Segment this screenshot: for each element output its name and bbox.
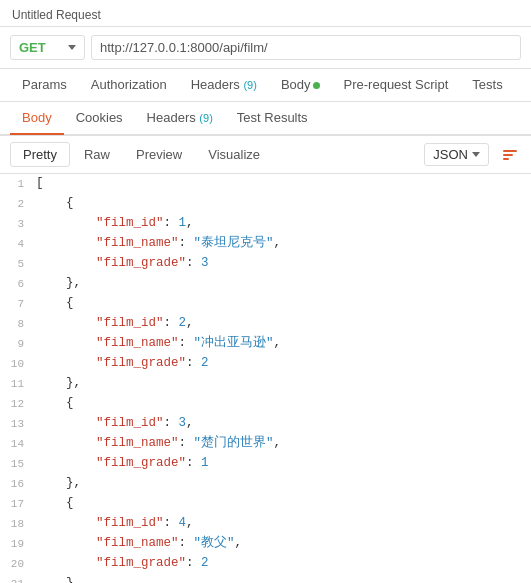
punct-token: },: [36, 476, 81, 490]
key-token: "film_grade": [96, 256, 186, 270]
line-number: 1: [0, 174, 36, 194]
indent-token: [36, 256, 96, 270]
code-line: 10 "film_grade": 2: [0, 354, 531, 374]
num-val-token: 4: [179, 516, 187, 530]
line-number: 4: [0, 234, 36, 254]
bottom-tab-bar: Body Cookies Headers (9) Test Results: [0, 102, 531, 136]
headers-badge: (9): [243, 79, 256, 91]
punct-token: ,: [186, 216, 194, 230]
tab-headers-bottom[interactable]: Headers (9): [135, 102, 225, 135]
top-tab-bar: Params Authorization Headers (9) Body Pr…: [0, 69, 531, 102]
line-number: 16: [0, 474, 36, 494]
key-token: "film_grade": [96, 356, 186, 370]
method-label: GET: [19, 40, 46, 55]
tab-headers-top-label: Headers (9): [191, 77, 257, 92]
num-val-token: 1: [201, 456, 209, 470]
num-val-token: 1: [179, 216, 187, 230]
line-content: "film_name": "楚门的世界",: [36, 434, 281, 454]
punct-token: ,: [274, 236, 282, 250]
key-token: "film_name": [96, 436, 179, 450]
code-line: 1[: [0, 174, 531, 194]
num-val-token: 2: [179, 316, 187, 330]
key-token: "film_id": [96, 416, 164, 430]
code-line: 19 "film_name": "教父",: [0, 534, 531, 554]
code-line: 8 "film_id": 2,: [0, 314, 531, 334]
num-val-token: 3: [201, 256, 209, 270]
key-token: "film_id": [96, 316, 164, 330]
url-input[interactable]: [91, 35, 521, 60]
punct-token: :: [164, 216, 179, 230]
tab-prerequest[interactable]: Pre-request Script: [332, 69, 461, 102]
line-number: 9: [0, 334, 36, 354]
line-content: {: [36, 194, 74, 214]
tab-tests[interactable]: Tests: [460, 69, 514, 102]
sort-icon-line-2: [503, 154, 513, 156]
line-number: 17: [0, 494, 36, 514]
sort-icon-line-3: [503, 158, 509, 160]
tab-body[interactable]: Body: [10, 102, 64, 135]
num-val-token: 2: [201, 556, 209, 570]
view-btn-preview[interactable]: Preview: [124, 143, 194, 166]
code-line: 7 {: [0, 294, 531, 314]
punct-token: :: [179, 436, 194, 450]
line-content: "film_name": "冲出亚马逊",: [36, 334, 281, 354]
punct-token: [: [36, 176, 44, 190]
line-content: },: [36, 374, 81, 394]
line-number: 21: [0, 574, 36, 583]
indent-token: [36, 416, 96, 430]
punct-token: ,: [186, 316, 194, 330]
indent-token: [36, 316, 96, 330]
code-line: 21 },: [0, 574, 531, 583]
tab-cookies[interactable]: Cookies: [64, 102, 135, 135]
view-btn-visualize[interactable]: Visualize: [196, 143, 272, 166]
punct-token: :: [179, 536, 194, 550]
tab-body-label: Body: [22, 110, 52, 125]
num-val-token: 2: [201, 356, 209, 370]
body-dot: [313, 82, 320, 89]
tab-headers-top[interactable]: Headers (9): [179, 69, 269, 102]
view-controls: Pretty Raw Preview Visualize JSON: [0, 136, 531, 174]
indent-token: [36, 456, 96, 470]
line-number: 7: [0, 294, 36, 314]
indent-token: [36, 356, 96, 370]
sort-icon[interactable]: [499, 146, 521, 164]
tab-test-results-label: Test Results: [237, 110, 308, 125]
line-content: {: [36, 494, 74, 514]
punct-token: {: [36, 196, 74, 210]
format-chevron-icon: [472, 152, 480, 157]
method-select[interactable]: GET: [10, 35, 85, 60]
punct-token: ,: [186, 416, 194, 430]
key-token: "film_grade": [96, 556, 186, 570]
title-bar: Untitled Request: [0, 0, 531, 27]
view-btn-pretty[interactable]: Pretty: [10, 142, 70, 167]
indent-token: [36, 336, 96, 350]
line-content: {: [36, 294, 74, 314]
headers-bottom-badge: (9): [199, 112, 212, 124]
punct-token: :: [179, 336, 194, 350]
line-number: 19: [0, 534, 36, 554]
line-number: 3: [0, 214, 36, 234]
tab-prerequest-label: Pre-request Script: [344, 77, 449, 92]
key-token: "film_id": [96, 516, 164, 530]
punct-token: },: [36, 576, 81, 583]
code-line: 15 "film_grade": 1: [0, 454, 531, 474]
punct-token: {: [36, 296, 74, 310]
tab-authorization[interactable]: Authorization: [79, 69, 179, 102]
line-number: 13: [0, 414, 36, 434]
indent-token: [36, 216, 96, 230]
key-token: "film_grade": [96, 456, 186, 470]
punct-token: :: [186, 356, 201, 370]
tab-params[interactable]: Params: [10, 69, 79, 102]
punct-token: :: [186, 556, 201, 570]
line-content: },: [36, 474, 81, 494]
view-btn-raw[interactable]: Raw: [72, 143, 122, 166]
str-val-token: "泰坦尼克号": [194, 236, 274, 250]
tab-body-top[interactable]: Body: [269, 69, 332, 102]
format-select[interactable]: JSON: [424, 143, 489, 166]
code-line: 12 {: [0, 394, 531, 414]
code-line: 11 },: [0, 374, 531, 394]
key-token: "film_name": [96, 536, 179, 550]
tab-cookies-label: Cookies: [76, 110, 123, 125]
tab-test-results[interactable]: Test Results: [225, 102, 320, 135]
code-line: 14 "film_name": "楚门的世界",: [0, 434, 531, 454]
